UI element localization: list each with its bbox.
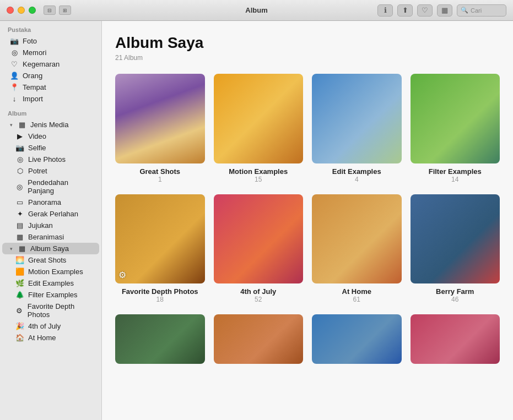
kegemaran-icon: ♡ [10, 60, 19, 68]
thumb-visual [115, 194, 205, 284]
sidebar-item-jujukan[interactable]: ▤ Jujukan [2, 220, 99, 231]
sidebar-item-beranimasi-label: Beranimasi [28, 233, 64, 241]
slideshow-button[interactable]: ▦ [437, 4, 452, 17]
video-icon: ▶ [15, 132, 24, 140]
album-name-at-home: At Home [342, 287, 371, 296]
album-count-filter: 14 [451, 176, 458, 183]
sidebar-item-foto[interactable]: 📷 Foto [2, 35, 99, 47]
album-item-at-home[interactable]: At Home 61 [312, 194, 402, 304]
album-item-fav-depth[interactable]: ⚙ Favorite Depth Photos 18 [115, 194, 205, 304]
album-item-filter-examples[interactable]: Filter Examples 14 [411, 74, 500, 183]
sidebar-item-live-photos[interactable]: ◎ Live Photos [2, 154, 99, 165]
settings-badge-icon: ⚙ [118, 270, 126, 280]
search-bar[interactable]: 🔍 Cari [457, 4, 506, 17]
sidebar-item-beranimasi[interactable]: ▦ Beranimasi [2, 231, 99, 243]
orang-icon: 👤 [10, 72, 19, 80]
minimize-button[interactable] [18, 7, 25, 14]
sidebar-item-potret[interactable]: ⬡ Potret [2, 165, 99, 177]
sidebar-item-album-saya-label: Album Saya [30, 244, 69, 253]
album-thumb-motion [214, 74, 304, 163]
album-name-motion: Motion Examples [229, 167, 288, 176]
album-count-fav-depth: 18 [156, 296, 164, 303]
fav-depth-thumb-icon: ⚙ [15, 307, 24, 315]
close-button[interactable] [7, 7, 14, 14]
sidebar-item-edit-examples[interactable]: 🌿 Edit Examples [2, 277, 99, 289]
sidebar-item-import-label: Import [23, 95, 43, 103]
album-item-r3c4[interactable] [411, 314, 500, 368]
sidebar-item-panorama-label: Panorama [28, 198, 61, 206]
thumb-visual [411, 314, 500, 364]
sidebar-item-tempat[interactable]: 📍 Tempat [2, 81, 99, 93]
sidebar-item-import[interactable]: ↓ Import [2, 93, 99, 105]
sidebar-toggle[interactable]: ⊟ [44, 6, 56, 15]
sidebar-item-at-home[interactable]: 🏠 At Home [2, 332, 99, 343]
sidebar-item-4th-july[interactable]: 🎉 4th of July [2, 320, 99, 332]
foto-icon: 📷 [10, 37, 19, 45]
info-button[interactable]: ℹ [377, 4, 393, 17]
maximize-button[interactable] [29, 7, 36, 14]
album-thumb-r3c3 [312, 314, 402, 364]
album-thumb-4th-july [214, 194, 304, 284]
filter-thumb-icon: 🌲 [15, 291, 24, 299]
album-item-motion-examples[interactable]: Motion Examples 15 [214, 74, 304, 183]
album-item-edit-examples[interactable]: Edit Examples 4 [312, 74, 402, 183]
sidebar-item-great-shots-label: Great Shots [28, 256, 66, 264]
live-photos-icon: ◎ [15, 155, 24, 163]
thumb-visual [312, 314, 402, 364]
album-item-r3c2[interactable] [214, 314, 304, 368]
album-item-r3c1[interactable] [115, 314, 205, 368]
disclosure-icon: ▾ [10, 122, 13, 128]
sidebar-item-fav-depth-label: Favorite Depth Photos [28, 302, 94, 319]
sidebar-item-kegemaran[interactable]: ♡ Kegemaran [2, 58, 99, 70]
thumb-visual [214, 314, 304, 364]
view-toggle[interactable]: ⊞ [59, 6, 71, 15]
album-item-r3c3[interactable] [312, 314, 402, 368]
page-title: Album Saya [115, 34, 500, 52]
album-item-great-shots[interactable]: Great Shots 1 [115, 74, 205, 183]
album-thumb-edit [312, 74, 402, 163]
beranimasi-icon: ▦ [15, 233, 24, 241]
sidebar-item-gerak-label: Gerak Perlahan [28, 210, 78, 218]
album-thumb-fav-depth: ⚙ [115, 194, 205, 284]
album-count-berry-farm: 46 [451, 296, 458, 303]
sidebar-item-album-saya[interactable]: ▾ ▦ Album Saya [2, 243, 99, 254]
album-count-edit: 4 [355, 176, 359, 183]
favorite-button[interactable]: ♡ [417, 4, 433, 17]
sidebar-item-great-shots[interactable]: 🌅 Great Shots [2, 254, 99, 266]
album-name-edit: Edit Examples [332, 167, 381, 176]
sidebar-item-orang[interactable]: 👤 Orang [2, 70, 99, 81]
toolbar-right: ℹ ⬆ ♡ ▦ 🔍 Cari [377, 4, 506, 17]
sidebar-item-tempat-label: Tempat [23, 83, 46, 91]
album-item-berry-farm[interactable]: Berry Farm 46 [411, 194, 500, 304]
sidebar-item-panorama[interactable]: ▭ Panorama [2, 197, 99, 208]
sidebar-item-pendedahan[interactable]: ◎ Pendedahan Panjang [2, 177, 99, 197]
app-body: Pustaka 📷 Foto ◎ Memori ♡ Kegemaran 👤 Or… [0, 21, 513, 420]
thumb-visual [312, 74, 402, 163]
sidebar-item-filter-examples[interactable]: 🌲 Filter Examples [2, 289, 99, 301]
sidebar-item-jenis-media-label: Jenis Media [30, 121, 68, 129]
album-thumb-berry-farm [411, 194, 500, 284]
window-controls: ⊟ ⊞ [44, 6, 71, 15]
sidebar-item-video[interactable]: ▶ Video [2, 130, 99, 142]
sidebar-item-fav-depth[interactable]: ⚙ Favorite Depth Photos [2, 301, 99, 320]
sidebar-item-potret-label: Potret [28, 167, 47, 175]
sidebar: Pustaka 📷 Foto ◎ Memori ♡ Kegemaran 👤 Or… [0, 21, 102, 420]
album-thumb-great-shots [115, 74, 205, 163]
sidebar-item-gerak-perlahan[interactable]: ✦ Gerak Perlahan [2, 208, 99, 220]
sidebar-item-jenis-media[interactable]: ▾ ▦ Jenis Media [2, 119, 99, 130]
sidebar-item-edit-label: Edit Examples [28, 279, 74, 287]
album-name-4th-july: 4th of July [240, 287, 276, 296]
selfie-icon: 📷 [15, 144, 24, 152]
album-item-4th-july[interactable]: 4th of July 52 [214, 194, 304, 304]
at-home-thumb-icon: 🏠 [15, 334, 24, 342]
sidebar-item-4th-july-label: 4th of July [28, 322, 61, 330]
share-button[interactable]: ⬆ [397, 4, 413, 17]
thumb-visual [115, 74, 205, 163]
sidebar-item-selfie[interactable]: 📷 Selfie [2, 142, 99, 154]
sidebar-item-memori[interactable]: ◎ Memori [2, 47, 99, 58]
sidebar-item-jujukan-label: Jujukan [28, 221, 53, 230]
jujukan-icon: ▤ [15, 221, 24, 230]
sidebar-item-motion-examples[interactable]: 🟧 Motion Examples [2, 266, 99, 277]
motion-thumb-icon: 🟧 [15, 268, 24, 276]
main-content: Album Saya 21 Album Great Shots 1 Motion… [102, 21, 513, 420]
